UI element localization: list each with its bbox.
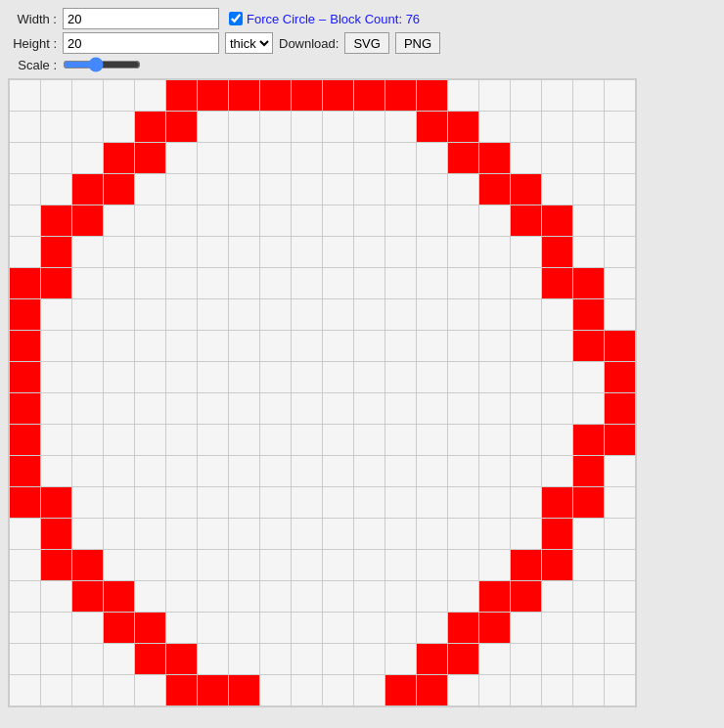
width-row: Width : Force Circle – Block Count: 76: [8, 8, 716, 29]
force-circle-label: Force Circle: [247, 12, 315, 26]
force-circle-checkbox[interactable]: [229, 12, 243, 25]
force-circle-checkbox-label[interactable]: Force Circle – Block Count: 76: [229, 12, 420, 26]
png-download-button[interactable]: PNG: [395, 32, 440, 54]
block-count-label: Block Count: 76: [330, 12, 420, 26]
controls-panel: Width : Force Circle – Block Count: 76 H…: [8, 8, 716, 72]
scale-row: Scale :: [8, 57, 716, 72]
height-input[interactable]: [63, 32, 219, 54]
thickness-select[interactable]: thin thick filled: [225, 32, 273, 54]
width-label: Width :: [8, 12, 57, 26]
scale-slider[interactable]: [63, 57, 141, 72]
height-row: Height : thin thick filled Download: SVG…: [8, 32, 716, 54]
scale-label: Scale :: [8, 58, 57, 72]
grid-canvas-container: [8, 78, 637, 707]
grid-canvas[interactable]: [9, 79, 636, 706]
width-input[interactable]: [63, 8, 219, 29]
separator: –: [319, 12, 326, 26]
height-label: Height :: [8, 36, 57, 51]
download-label: Download:: [279, 36, 339, 51]
svg-download-button[interactable]: SVG: [344, 32, 388, 54]
